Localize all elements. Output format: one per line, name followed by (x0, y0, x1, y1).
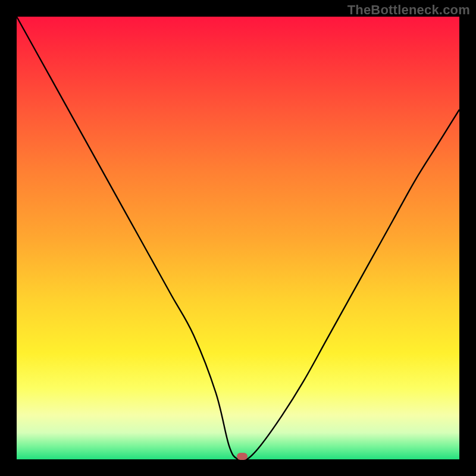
watermark-text: TheBottleneck.com (347, 2, 470, 18)
plot-area (17, 17, 459, 459)
chart-frame: TheBottleneck.com (0, 0, 476, 476)
selected-marker (237, 453, 248, 460)
bottleneck-curve (17, 17, 459, 459)
